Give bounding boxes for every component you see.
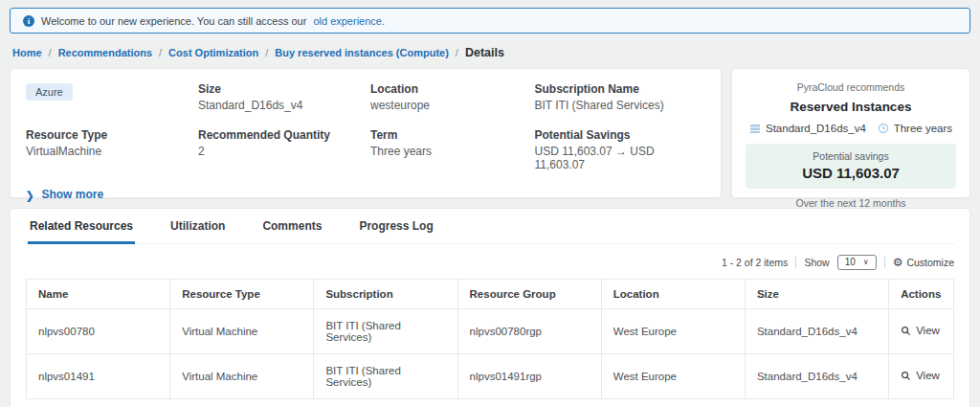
cell-resource-type: Virtual Machine <box>170 309 314 354</box>
page-size-select[interactable]: 10 ∨ <box>837 255 877 270</box>
field-label: Size <box>198 82 361 96</box>
details-grid: Azure Size Standard_D16ds_v4 Location we… <box>26 82 705 171</box>
column-header-resource-group: Resource Group <box>457 280 601 309</box>
magnifier-icon <box>901 371 911 381</box>
toolbar-divider <box>884 257 885 268</box>
potential-savings-box: Potential savings USD 11,603.07 <box>746 144 956 189</box>
potential-savings-label: Potential savings <box>751 150 950 162</box>
view-label: View <box>916 325 940 336</box>
cell-subscription: BIT ITI (Shared Services) <box>314 354 457 399</box>
tab-comments[interactable]: Comments <box>260 209 323 244</box>
field-label: Term <box>370 128 525 142</box>
column-header-size: Size <box>745 280 888 309</box>
cell-actions: View <box>889 354 954 399</box>
show-more-link[interactable]: ❯ Show more <box>26 188 103 201</box>
breadcrumb-recommendations[interactable]: Recommendations <box>58 47 152 58</box>
field-subscription-name: Subscription Name BIT ITI (Shared Servic… <box>535 82 705 112</box>
gear-icon: ⚙ <box>893 257 903 268</box>
column-header-name: Name <box>27 280 170 309</box>
field-location: Location westeurope <box>370 82 525 112</box>
field-value: Three years <box>370 145 525 158</box>
field-label: Location <box>370 82 525 96</box>
field-size: Size Standard_D16ds_v4 <box>198 82 361 112</box>
related-resources-table: Name Resource Type Subscription Resource… <box>26 279 954 399</box>
show-more-label: Show more <box>41 188 103 201</box>
field-label: Potential Savings <box>535 128 705 142</box>
table-toolbar: 1 - 2 of 2 items Show 10 ∨ ⚙ Customize <box>26 244 954 279</box>
recommended-size: Standard_D16ds_v4 <box>749 123 866 134</box>
recommendation-title: Reserved Instances <box>746 100 956 114</box>
field-potential-savings: Potential Savings USD 11,603.07 → USD 11… <box>535 128 705 171</box>
clock-icon <box>878 123 889 134</box>
table-header-row: Name Resource Type Subscription Resource… <box>27 280 954 309</box>
chevron-down-icon: ∨ <box>863 258 869 266</box>
tab-progress-log[interactable]: Progress Log <box>357 209 434 244</box>
customize-label: Customize <box>906 257 954 268</box>
field-term: Term Three years <box>370 128 525 171</box>
view-button[interactable]: View <box>901 325 940 336</box>
cell-subscription: BIT ITI (Shared Services) <box>314 309 457 354</box>
field-value: Standard_D16ds_v4 <box>198 99 361 112</box>
field-value: VirtualMachine <box>26 145 189 158</box>
cell-resource-group: nlpvs01491rgp <box>457 354 601 399</box>
breadcrumb-separator: / <box>456 47 458 58</box>
field-label: Subscription Name <box>535 82 705 96</box>
vm-icon <box>749 123 761 134</box>
breadcrumb-separator: / <box>265 47 268 58</box>
info-icon: i <box>23 15 34 27</box>
view-button[interactable]: View <box>901 370 940 381</box>
chevron-right-icon: ❯ <box>26 189 33 201</box>
column-header-subscription: Subscription <box>314 280 457 309</box>
breadcrumb: Home / Recommendations / Cost Optimizati… <box>12 46 968 59</box>
breadcrumb-cost-optimization[interactable]: Cost Optimization <box>168 47 258 58</box>
cell-location: West Europe <box>601 309 745 354</box>
tab-utilization[interactable]: Utilization <box>168 209 227 244</box>
customize-button[interactable]: ⚙ Customize <box>893 257 954 268</box>
breadcrumb-buy-reserved-instances[interactable]: Buy reserved instances (Compute) <box>275 47 449 58</box>
related-resources-panel: Related Resources Utilization Comments P… <box>10 208 970 407</box>
potential-savings-value: USD 11,603.07 <box>751 165 950 181</box>
breadcrumb-separator: / <box>159 47 162 58</box>
field-value: BIT ITI (Shared Services) <box>535 99 705 112</box>
recommended-term-label: Three years <box>894 123 952 134</box>
recommendation-attributes: Standard_D16ds_v4 Three years <box>749 123 952 134</box>
column-header-actions: Actions <box>889 280 954 309</box>
table-row: nlpvs00780 Virtual Machine BIT ITI (Shar… <box>27 309 954 354</box>
breadcrumb-home[interactable]: Home <box>12 47 42 58</box>
field-value: westeurope <box>370 99 525 112</box>
cell-resource-group: nlpvs00780rgp <box>457 309 601 354</box>
cell-name: nlpvs01491 <box>27 354 170 399</box>
toolbar-divider <box>795 257 796 268</box>
details-row: Azure Size Standard_D16ds_v4 Location we… <box>10 68 970 198</box>
magnifier-icon <box>901 326 911 336</box>
cell-location: West Europe <box>601 354 745 399</box>
banner-text: Welcome to our new experience. You can s… <box>41 15 306 27</box>
recommendation-kicker: PyraCloud recommends <box>746 81 956 93</box>
tabs: Related Resources Utilization Comments P… <box>26 209 954 244</box>
provider-badge: Azure <box>26 83 73 101</box>
column-header-location: Location <box>601 280 745 309</box>
view-label: View <box>916 370 940 381</box>
field-value: USD 11,603.07 → USD 11,603.07 <box>535 145 705 171</box>
breadcrumb-separator: / <box>49 47 52 58</box>
cell-resource-type: Virtual Machine <box>170 354 314 399</box>
pagination-range: 1 - 2 of 2 items <box>722 257 788 268</box>
field-label: Recommended Quantity <box>198 128 361 142</box>
breadcrumb-current: Details <box>465 46 504 59</box>
field-resource-type: Resource Type VirtualMachine <box>26 128 189 171</box>
field-value: 2 <box>198 145 361 158</box>
cell-size: Standard_D16ds_v4 <box>745 309 888 354</box>
recommended-term: Three years <box>878 123 952 134</box>
field-recommended-quantity: Recommended Quantity 2 <box>198 128 361 171</box>
field-label: Resource Type <box>26 128 189 142</box>
recommendation-card: PyraCloud recommends Reserved Instances … <box>731 68 970 198</box>
tab-related-resources[interactable]: Related Resources <box>28 209 135 244</box>
old-experience-link[interactable]: old experience. <box>313 15 385 27</box>
table-row: nlpvs01491 Virtual Machine BIT ITI (Shar… <box>27 354 954 399</box>
page: i Welcome to our new experience. You can… <box>0 0 980 407</box>
cell-name: nlpvs00780 <box>27 309 170 354</box>
savings-period: Over the next 12 months <box>746 197 956 209</box>
info-banner: i Welcome to our new experience. You can… <box>10 8 970 34</box>
provider-cell: Azure <box>26 82 189 112</box>
page-size-value: 10 <box>845 257 856 267</box>
